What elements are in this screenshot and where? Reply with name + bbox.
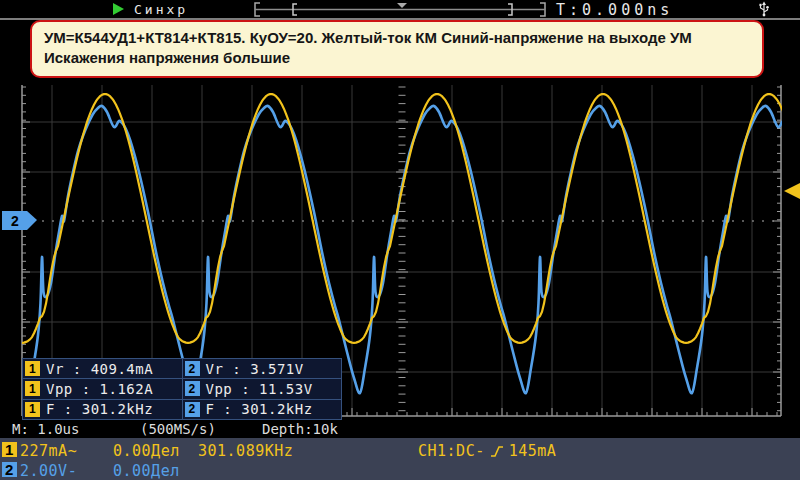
- ch2-badge: 2: [185, 361, 200, 376]
- measurement-value: F : 301.2kHz: [46, 401, 153, 417]
- measurement-ch2-freq: 2 F : 301.2kHz: [183, 400, 342, 419]
- ch1-offset-readout: 0.00Дел: [113, 442, 180, 460]
- ch2-voltage-trace: [0, 106, 800, 393]
- measurement-value: Vr : 3.571V: [206, 361, 304, 377]
- trigger-level-marker: [784, 183, 800, 199]
- ch1-scale-readout: 227mA~: [20, 442, 77, 460]
- measurement-ch2-vr: 2 Vr : 3.571V: [183, 359, 342, 378]
- rising-edge-icon: [490, 444, 504, 459]
- ch1-settings-row: 1 227mA~ 0.00Дел 301.089KHz CH1:DC- 145m…: [0, 440, 800, 459]
- ch2-settings-row: 2 2.00V- 0.00Дел: [0, 460, 800, 479]
- measurement-ch1-freq: 1 F : 301.2kHz: [23, 400, 182, 419]
- ch1-badge: 1: [2, 442, 17, 457]
- ch2-zero-marker-label: 2: [11, 213, 19, 229]
- ch1-badge: 1: [25, 361, 40, 376]
- ch1-current-trace: [18, 94, 786, 343]
- annotation-box: УМ=К544УД1+КТ814+КТ815. КуОУ=20. Желтый-…: [30, 20, 764, 78]
- measurement-value: Vpp : 11.53V: [206, 381, 313, 397]
- channel-settings-panel: 1 227mA~ 0.00Дел 301.089KHz CH1:DC- 145m…: [0, 438, 800, 480]
- ch2-badge: 2: [185, 402, 200, 417]
- annotation-line2: Искажения напряжения большие: [44, 48, 750, 68]
- trigger-level-readout: 145mA: [509, 442, 557, 460]
- ch2-scale-readout: 2.00V-: [20, 462, 77, 480]
- ch2-badge: 2: [185, 381, 200, 396]
- measurement-value: Vpp : 1.162A: [46, 381, 153, 397]
- trigger-source-coupling: CH1:DC-: [418, 442, 485, 460]
- ch2-offset-readout: 0.00Дел: [113, 462, 180, 480]
- ch1-frequency-readout: 301.089KHz: [198, 442, 293, 460]
- measurement-ch1-vpp: 1 Vpp : 1.162A: [23, 379, 182, 398]
- measurement-panel: 1 Vr : 409.4mA 2 Vr : 3.571V 1 Vpp : 1.1…: [22, 358, 342, 420]
- ch2-badge: 2: [2, 462, 17, 477]
- measurement-ch2-vpp: 2 Vpp : 11.53V: [183, 379, 342, 398]
- measurement-value: Vr : 409.4mA: [46, 361, 153, 377]
- annotation-line1: УМ=К544УД1+КТ814+КТ815. КуОУ=20. Желтый-…: [44, 28, 750, 48]
- trigger-settings-readout: CH1:DC- 145mA: [418, 442, 556, 460]
- oscilloscope-screen: Синхр T:0.000ns 2: [0, 0, 800, 480]
- ch2-zero-marker: 2: [2, 211, 37, 230]
- measurement-value: F : 301.2kHz: [206, 401, 313, 417]
- ch1-badge: 1: [25, 381, 40, 396]
- measurement-ch1-vr: 1 Vr : 409.4mA: [23, 359, 182, 378]
- ch1-badge: 1: [25, 402, 40, 417]
